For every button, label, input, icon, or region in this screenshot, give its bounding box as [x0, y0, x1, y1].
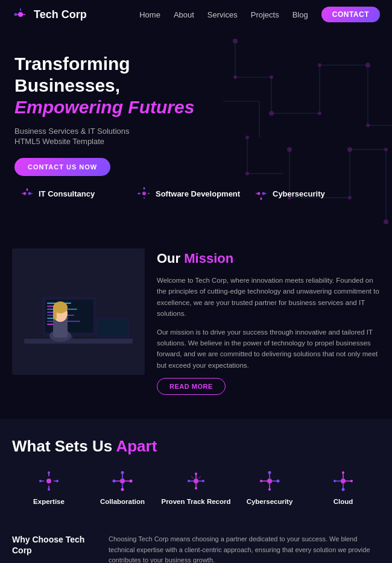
- mission-title: Our Mission: [157, 251, 380, 266]
- logo-text: Tech Corp: [34, 8, 87, 21]
- svg-rect-60: [45, 300, 93, 333]
- apart-expertise-label: Expertise: [33, 498, 65, 505]
- svg-point-84: [39, 480, 42, 482]
- service-software-label: Software Development: [156, 189, 240, 198]
- svg-point-38: [24, 192, 27, 195]
- nav-links: Home About Services Projects Blog CONTAC…: [139, 7, 380, 22]
- why-choose-left: Why Choose Tech Corp: [12, 534, 96, 556]
- why-choose: Why Choose Tech Corp Choosing Tech Corp …: [12, 522, 380, 563]
- apart-collaboration-label: Collaboration: [100, 498, 145, 505]
- logo-icon: [12, 6, 29, 23]
- mission-section: Our Mission Welcome to Tech Corp, where …: [0, 236, 392, 419]
- apart-card-proven: Proven Track Record: [159, 470, 233, 505]
- mission-paragraph-2: Our mission is to drive your success thr…: [157, 327, 380, 371]
- logo[interactable]: Tech Corp: [12, 6, 87, 23]
- nav-blog[interactable]: Blog: [292, 10, 308, 19]
- svg-point-33: [347, 147, 352, 152]
- svg-point-78: [46, 479, 51, 483]
- svg-rect-77: [53, 307, 57, 319]
- nav-contact-button[interactable]: CONTACT: [321, 7, 380, 22]
- svg-point-23: [233, 75, 237, 79]
- apart-card-cybersecurity: Cybersecurity: [233, 470, 306, 505]
- hero-subtitle: Business Services & IT Solutions HTML5 W…: [14, 127, 378, 146]
- hero-title-accent: Empowering Futures: [14, 97, 194, 117]
- svg-point-95: [121, 488, 124, 491]
- proven-track-icon: [185, 470, 207, 492]
- why-paragraph-1: Choosing Tech Corp means choosing a part…: [109, 534, 380, 563]
- read-more-button[interactable]: READ MORE: [157, 378, 226, 395]
- nav-home[interactable]: Home: [139, 10, 160, 19]
- expertise-icon: [38, 470, 60, 492]
- mission-paragraph-1: Welcome to Tech Corp, where innovation m…: [157, 275, 380, 319]
- why-choose-right: Choosing Tech Corp means choosing a part…: [109, 534, 380, 563]
- svg-point-122: [334, 480, 336, 482]
- svg-rect-72: [90, 339, 133, 341]
- software-dev-icon: [138, 187, 151, 200]
- apart-proven-label: Proven Track Record: [161, 498, 230, 505]
- mission-image: [12, 248, 145, 375]
- svg-point-35: [384, 219, 388, 224]
- cybersecurity-hero-icon: [254, 187, 268, 200]
- svg-point-94: [130, 480, 133, 483]
- service-software-development: Software Development: [138, 187, 254, 200]
- svg-point-83: [48, 471, 50, 474]
- svg-point-22: [233, 39, 238, 43]
- service-cyber-label: Cybersecurity: [273, 189, 325, 198]
- nav-projects[interactable]: Projects: [251, 10, 279, 19]
- svg-point-124: [342, 488, 345, 491]
- hero-cta-button[interactable]: CONTACT US NOW: [14, 158, 110, 176]
- svg-point-56: [261, 198, 262, 200]
- svg-point-113: [268, 488, 271, 491]
- svg-point-104: [188, 480, 190, 482]
- why-choose-title: Why Choose Tech Corp: [12, 534, 96, 556]
- svg-point-112: [268, 471, 271, 474]
- svg-point-30: [287, 147, 292, 152]
- svg-line-106: [198, 476, 201, 479]
- svg-point-27: [318, 63, 321, 67]
- svg-point-102: [202, 480, 204, 482]
- apart-cards: Expertise Collaboration: [12, 470, 380, 505]
- svg-point-103: [195, 487, 197, 489]
- svg-rect-71: [98, 319, 128, 336]
- svg-point-87: [120, 479, 125, 483]
- apart-section: What Sets Us Apart Expertise: [0, 419, 392, 563]
- svg-point-34: [384, 148, 388, 151]
- cloud-icon: [332, 470, 354, 492]
- svg-point-96: [194, 479, 198, 483]
- svg-point-93: [113, 480, 116, 483]
- svg-point-85: [48, 488, 50, 491]
- service-it-label: IT Consultancy: [39, 189, 95, 198]
- svg-point-39: [28, 192, 31, 195]
- navbar: Tech Corp Home About Services Projects B…: [0, 0, 392, 29]
- svg-point-1: [14, 13, 17, 16]
- svg-point-52: [262, 192, 265, 195]
- svg-point-123: [350, 480, 353, 482]
- svg-point-37: [245, 172, 249, 175]
- services-row: IT Consultancy Software Development: [14, 176, 378, 218]
- hero-section: Transforming Businesses, Empowering Futu…: [0, 29, 392, 236]
- svg-point-51: [258, 192, 261, 195]
- service-cybersecurity: Cybersecurity: [254, 187, 371, 200]
- svg-point-101: [195, 473, 197, 475]
- apart-card-expertise: Expertise: [12, 470, 86, 505]
- apart-title: What Sets Us Apart: [12, 437, 380, 456]
- collaboration-icon: [112, 470, 133, 492]
- svg-point-116: [341, 479, 346, 483]
- nav-about[interactable]: About: [174, 10, 194, 19]
- svg-point-107: [267, 479, 272, 483]
- nav-services[interactable]: Services: [207, 10, 238, 19]
- apart-cloud-label: Cloud: [334, 498, 353, 505]
- svg-point-92: [121, 471, 124, 474]
- svg-point-28: [365, 63, 370, 68]
- svg-point-24: [270, 75, 273, 79]
- it-consultancy-icon: [21, 187, 34, 200]
- apart-cyber-icon: [259, 470, 280, 492]
- svg-point-115: [277, 480, 280, 483]
- svg-point-26: [318, 112, 321, 115]
- svg-point-43: [27, 189, 28, 191]
- service-it-consultancy: IT Consultancy: [21, 187, 138, 200]
- svg-point-50: [138, 193, 140, 195]
- svg-point-86: [56, 480, 58, 482]
- svg-point-49: [144, 187, 145, 189]
- svg-point-114: [260, 480, 262, 482]
